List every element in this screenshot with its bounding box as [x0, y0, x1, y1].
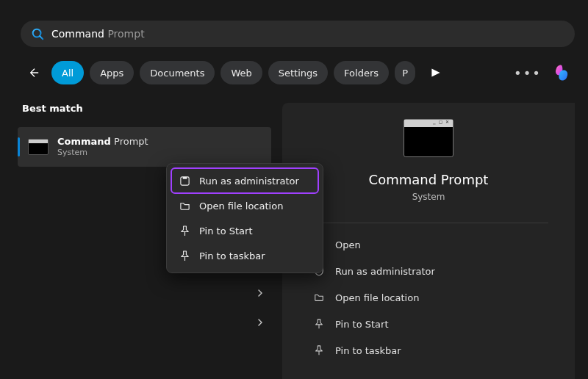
- pin-icon: [313, 319, 325, 329]
- chevron-right-icon: [257, 319, 264, 326]
- results-column: Best match Command Prompt System: [18, 103, 271, 167]
- collapsed-results: [18, 286, 271, 329]
- chevron-right-icon: [257, 289, 264, 297]
- action-label: Open: [335, 239, 361, 250]
- context-menu: Run as administrator Open file location …: [166, 163, 323, 273]
- section-label-best-match: Best match: [18, 103, 271, 114]
- action-label: Run as administrator: [335, 266, 435, 277]
- menu-item-label: Run as administrator: [199, 176, 299, 187]
- search-input[interactable]: Command Prompt: [51, 28, 145, 40]
- shield-icon: [179, 176, 190, 187]
- command-prompt-icon: [404, 119, 453, 157]
- filter-tab-label: All: [62, 68, 74, 79]
- folder-icon: [313, 292, 325, 303]
- search-suggestion-text: Prompt: [107, 28, 144, 40]
- preview-title: Command Prompt: [369, 172, 489, 187]
- action-open-file-location[interactable]: Open file location: [313, 286, 544, 308]
- preview-subtitle: System: [412, 192, 445, 202]
- pin-icon: [313, 345, 325, 355]
- action-pin-to-start[interactable]: Pin to Start: [313, 313, 544, 335]
- filter-row: All Apps Documents Web Settings Folders …: [21, 60, 575, 85]
- result-command-prompt[interactable]: Command Prompt System: [18, 127, 271, 167]
- filter-tab-web[interactable]: Web: [220, 61, 262, 84]
- more-options-button[interactable]: •••: [516, 61, 539, 84]
- action-label: Open file location: [335, 292, 419, 303]
- filter-tab-label: Apps: [100, 68, 123, 79]
- pin-icon: [179, 250, 190, 261]
- menu-item-label: Pin to Start: [199, 225, 252, 237]
- action-label: Pin to Start: [335, 319, 388, 330]
- result-title: Command Prompt: [57, 136, 148, 148]
- filter-tab-apps[interactable]: Apps: [90, 61, 134, 84]
- filter-tab-label: P: [402, 68, 408, 79]
- action-label: Pin to taskbar: [335, 345, 401, 356]
- filter-tab-all[interactable]: All: [51, 61, 84, 84]
- menu-item-label: Open file location: [199, 201, 283, 212]
- menu-open-file-location[interactable]: Open file location: [171, 193, 318, 218]
- result-subtitle: System: [57, 148, 148, 158]
- action-pin-to-taskbar[interactable]: Pin to taskbar: [313, 339, 544, 361]
- preview-action-list: Open Run as administrator Open file loca…: [282, 223, 575, 361]
- filter-tab-documents[interactable]: Documents: [140, 61, 215, 84]
- menu-pin-to-start[interactable]: Pin to Start: [171, 218, 318, 243]
- menu-item-label: Pin to taskbar: [199, 250, 265, 261]
- svg-line-1: [40, 36, 43, 39]
- scroll-right-button[interactable]: [424, 61, 448, 84]
- collapsed-result-row[interactable]: [18, 316, 271, 329]
- collapsed-result-row[interactable]: [18, 286, 271, 300]
- menu-pin-to-taskbar[interactable]: Pin to taskbar: [171, 243, 318, 268]
- pin-icon: [179, 225, 190, 237]
- action-open[interactable]: Open: [313, 234, 544, 256]
- filter-tab-label: Web: [231, 68, 251, 79]
- back-button[interactable]: [21, 60, 46, 85]
- search-icon: [31, 27, 44, 40]
- filter-tab-settings[interactable]: Settings: [268, 61, 328, 84]
- filter-tab-folders[interactable]: Folders: [334, 61, 389, 84]
- filter-tab-more-truncated[interactable]: P: [395, 61, 415, 84]
- copilot-button[interactable]: [550, 60, 575, 85]
- action-run-as-administrator[interactable]: Run as administrator: [313, 260, 544, 282]
- search-bar[interactable]: Command Prompt: [21, 21, 575, 47]
- search-typed-text: Command: [51, 28, 107, 40]
- preview-panel: Command Prompt System Open Run as admini…: [282, 103, 575, 379]
- filter-tab-label: Settings: [279, 68, 318, 79]
- filter-tab-label: Folders: [344, 68, 379, 79]
- menu-run-as-administrator[interactable]: Run as administrator: [171, 168, 318, 193]
- folder-icon: [179, 201, 190, 212]
- filter-tab-label: Documents: [150, 68, 204, 79]
- command-prompt-icon: [28, 139, 49, 155]
